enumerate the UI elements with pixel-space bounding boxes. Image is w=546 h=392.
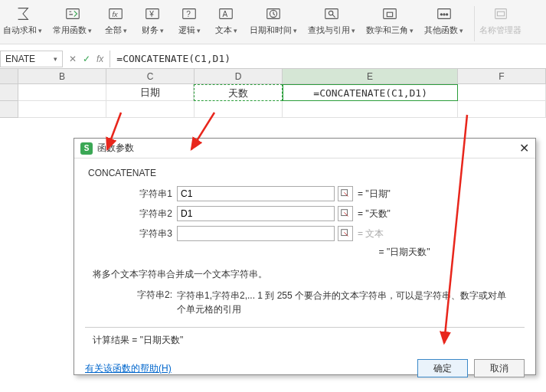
ribbon-toolbar: 自动求和▾ 常用函数▾ fx 全部▾ ¥ 财务▾ ? 逻辑▾ A 文本▾ 日期和… [0, 0, 546, 44]
spreadsheet-grid: B C D E F 日期 天数 =CONCATENATE(C1,D1) [0, 69, 546, 118]
param-result: = "日期" [358, 188, 391, 201]
cell[interactable] [458, 84, 546, 101]
ribbon-common-fn[interactable]: 常用函数▾ [53, 3, 92, 36]
svg-text:fx: fx [112, 11, 118, 18]
name-box[interactable]: ENATE▾ [0, 51, 63, 67]
ribbon-all-fn[interactable]: fx 全部▾ [103, 3, 129, 36]
param-desc-label: 字符串2: [100, 289, 177, 316]
svg-text:¥: ¥ [149, 10, 154, 18]
svg-rect-20 [497, 11, 504, 16]
svg-point-18 [446, 14, 447, 15]
param-desc-text: 字符串1,字符串2,... 1 到 255 个要合并的文本字符串，可以是字符串、… [177, 289, 525, 316]
ribbon-financial[interactable]: ¥ 财务▾ [139, 3, 165, 36]
svg-point-17 [443, 14, 444, 15]
formula-input[interactable]: =CONCATENATE(C1,D1) [110, 51, 546, 67]
col-header[interactable]: E [283, 69, 458, 84]
intermediate-result: = "日期天数" [85, 246, 525, 259]
cell-c1[interactable]: 日期 [106, 84, 195, 101]
range-select-icon[interactable] [338, 186, 353, 201]
calculation-result: 计算结果 = "日期天数" [93, 334, 525, 347]
param3-input[interactable] [177, 226, 335, 241]
ribbon-name-manager: 名称管理器 [479, 3, 521, 36]
ribbon-lookup[interactable]: 查找与引用▾ [308, 3, 355, 36]
ribbon-other-fn[interactable]: 其他函数▾ [424, 3, 463, 36]
param-label: 字符串3 [85, 227, 177, 240]
ribbon-datetime[interactable]: 日期和时间▾ [250, 3, 297, 36]
formula-bar: ENATE▾ ✕ ✓ fx =CONCATENATE(C1,D1) [0, 49, 546, 69]
col-header[interactable]: B [18, 69, 106, 84]
help-link[interactable]: 有关该函数的帮助(H) [85, 362, 172, 375]
cell-e1-active[interactable]: =CONCATENATE(C1,D1) [283, 84, 458, 101]
svg-text:?: ? [186, 10, 191, 18]
svg-rect-11 [325, 9, 338, 19]
col-header[interactable]: C [106, 69, 195, 84]
ribbon-text[interactable]: A 文本▾ [213, 3, 239, 36]
svg-text:A: A [222, 10, 227, 18]
param-result: = "天数" [358, 207, 391, 220]
param-result: = 文本 [358, 227, 384, 240]
wps-icon: S [80, 142, 93, 155]
svg-rect-14 [387, 12, 392, 17]
dialog-title: 函数参数 [97, 142, 134, 155]
accept-formula-icon[interactable]: ✓ [83, 54, 90, 64]
range-select-icon[interactable] [338, 206, 353, 221]
cell-d1[interactable]: 天数 [194, 84, 283, 101]
function-name: CONCATENATE [88, 168, 525, 178]
param2-input[interactable] [177, 206, 335, 221]
range-select-icon[interactable] [338, 226, 353, 241]
svg-rect-13 [384, 9, 397, 19]
col-header[interactable]: F [458, 69, 546, 84]
cell[interactable] [18, 84, 106, 101]
cancel-formula-icon[interactable]: ✕ [69, 54, 77, 64]
close-icon[interactable]: ✕ [519, 141, 529, 155]
ok-button[interactable]: 确定 [417, 359, 468, 377]
ribbon-logical[interactable]: ? 逻辑▾ [176, 3, 202, 36]
param1-input[interactable] [177, 186, 335, 201]
param-label: 字符串2 [85, 207, 177, 220]
svg-point-16 [440, 14, 442, 15]
cancel-button[interactable]: 取消 [474, 359, 525, 377]
col-header[interactable]: D [195, 69, 283, 84]
param-label: 字符串1 [85, 188, 177, 201]
ribbon-autosum[interactable]: 自动求和▾ [3, 3, 42, 36]
fx-icon[interactable]: fx [96, 54, 103, 64]
ribbon-math[interactable]: 数学和三角▾ [366, 3, 414, 36]
function-description: 将多个文本字符串合并成一个文本字符串。 [93, 268, 525, 281]
function-arguments-dialog: S 函数参数 ✕ CONCATENATE 字符串1 = "日期" 字符串2 = … [74, 138, 536, 375]
